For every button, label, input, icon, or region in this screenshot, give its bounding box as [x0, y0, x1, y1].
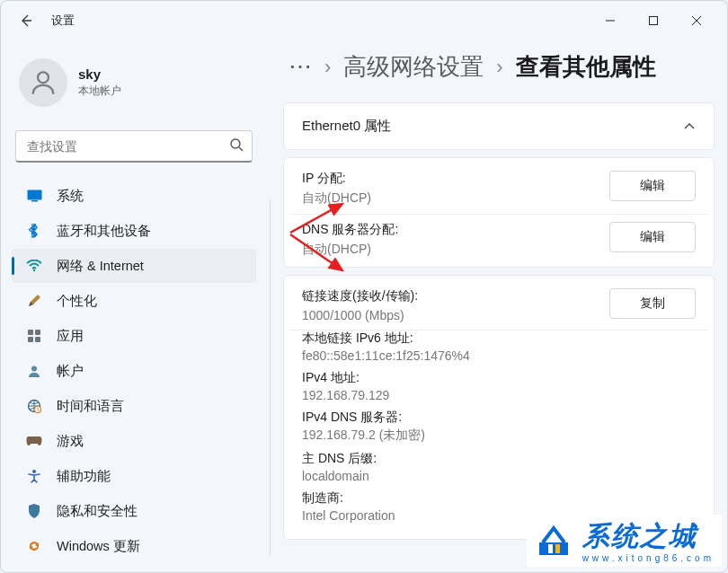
svg-rect-1 [650, 17, 658, 25]
chevron-right-icon: › [496, 56, 502, 79]
watermark-url: www.xitong86.com [582, 553, 715, 563]
svg-point-4 [38, 72, 49, 83]
info-label: 主 DNS 后缀: [302, 451, 696, 467]
sidebar-item-label: 网络 & Internet [57, 258, 144, 275]
sidebar-item-accessibility[interactable]: 辅助功能 [12, 459, 256, 493]
chevron-up-icon [683, 119, 696, 134]
info-value: 192.168.79.129 [302, 388, 696, 402]
accessibility-icon [26, 468, 42, 484]
search-input[interactable] [15, 130, 253, 163]
back-button[interactable] [12, 6, 40, 35]
info-item: IPv4 地址: 192.168.79.129 [302, 370, 696, 402]
sidebar-item-network[interactable]: 网络 & Internet [12, 249, 256, 283]
minimize-icon [605, 15, 616, 26]
prop-label: IP 分配: [302, 171, 599, 187]
user-block[interactable]: sky 本地帐户 [8, 51, 260, 114]
sidebar-item-label: 隐私和安全性 [57, 503, 138, 520]
svg-rect-8 [31, 200, 38, 202]
gamepad-icon [26, 433, 42, 449]
globe-clock-icon [26, 398, 42, 414]
update-icon [26, 538, 42, 554]
edit-button-ip[interactable]: 编辑 [609, 171, 696, 201]
svg-rect-7 [27, 190, 41, 200]
breadcrumb-current: 查看其他属性 [516, 51, 656, 83]
info-label: IPv4 地址: [302, 370, 696, 386]
minimize-button[interactable] [590, 6, 630, 35]
shield-icon [26, 503, 42, 519]
info-value: fe80::58e1:11ce:1f25:1476%4 [302, 348, 696, 363]
close-button[interactable] [677, 6, 716, 35]
breadcrumb: ⋯ › 高级网络设置 › 查看其他属性 [283, 51, 715, 83]
breadcrumb-prev[interactable]: 高级网络设置 [343, 51, 484, 83]
maximize-button[interactable] [634, 6, 673, 35]
search-icon [229, 137, 244, 155]
prop-row-ip: IP 分配: 自动(DHCP) 编辑 [289, 163, 708, 215]
sidebar-item-label: 系统 [57, 188, 84, 205]
svg-rect-21 [548, 544, 553, 553]
arrow-left-icon [19, 13, 33, 28]
sidebar-item-time[interactable]: 时间和语言 [12, 389, 256, 423]
svg-rect-22 [555, 544, 560, 553]
sidebar-item-label: 个性化 [57, 293, 97, 310]
account-icon [26, 363, 42, 379]
user-name: sky [78, 66, 121, 82]
prop-label: 链接速度(接收/传输): [302, 288, 599, 304]
sidebar-item-label: 时间和语言 [57, 398, 124, 415]
prop-row-dns: DNS 服务器分配: 自动(DHCP) 编辑 [289, 215, 708, 265]
edit-button-dns[interactable]: 编辑 [609, 222, 696, 252]
sidebar-item-bluetooth[interactable]: 蓝牙和其他设备 [12, 214, 256, 248]
info-label: IPv4 DNS 服务器: [302, 410, 696, 426]
prop-value: 自动(DHCP) [302, 242, 599, 258]
maximize-icon [648, 15, 659, 26]
copy-button[interactable]: 复制 [609, 288, 696, 319]
person-icon [28, 67, 58, 98]
svg-rect-13 [35, 337, 40, 342]
sidebar-item-update[interactable]: Windows 更新 [12, 529, 256, 563]
sidebar-item-gaming[interactable]: 游戏 [12, 424, 256, 458]
prop-row-speed: 链接速度(接收/传输): 1000/1000 (Mbps) 复制 [289, 281, 708, 331]
sidebar-item-apps[interactable]: 应用 [12, 319, 256, 353]
info-value: 192.168.79.2 (未加密) [302, 428, 696, 444]
sidebar-item-personalization[interactable]: 个性化 [12, 284, 256, 318]
watermark-logo-icon [534, 521, 573, 560]
sidebar-item-accounts[interactable]: 帐户 [12, 354, 256, 388]
info-label: 本地链接 IPv6 地址: [302, 331, 696, 347]
sidebar-item-system[interactable]: 系统 [12, 179, 256, 213]
brush-icon [26, 293, 42, 309]
info-item: 本地链接 IPv6 地址: fe80::58e1:11ce:1f25:1476%… [302, 331, 696, 363]
svg-rect-20 [539, 542, 568, 555]
watermark: 系统之城 www.xitong86.com [527, 515, 722, 567]
svg-point-17 [32, 470, 36, 473]
bluetooth-icon [26, 223, 42, 239]
monitor-icon [26, 188, 42, 204]
sidebar-item-label: 应用 [57, 328, 84, 345]
sidebar-item-label: 辅助功能 [57, 468, 111, 485]
avatar [19, 58, 67, 107]
apps-icon [26, 328, 42, 344]
window-title: 设置 [51, 13, 75, 29]
wifi-icon [26, 258, 42, 274]
prop-value: 1000/1000 (Mbps) [302, 308, 599, 322]
chevron-right-icon: › [324, 56, 331, 79]
info-item: IPv4 DNS 服务器: 192.168.79.2 (未加密) [302, 410, 696, 444]
sidebar-item-label: 蓝牙和其他设备 [57, 223, 151, 240]
info-item: 主 DNS 后缀: localdomain [302, 451, 696, 483]
prop-label: DNS 服务器分配: [302, 222, 599, 238]
svg-point-5 [231, 139, 240, 148]
sidebar-item-privacy[interactable]: 隐私和安全性 [12, 494, 256, 528]
svg-rect-10 [28, 330, 33, 335]
info-value: localdomain [302, 469, 696, 483]
sidebar-item-label: Windows 更新 [57, 538, 140, 555]
panel-header[interactable]: Ethernet0 属性 [284, 103, 714, 149]
sidebar-divider [270, 200, 271, 554]
user-subtitle: 本地帐户 [78, 84, 121, 99]
svg-point-9 [33, 269, 35, 271]
svg-line-6 [239, 147, 243, 151]
sidebar-item-label: 游戏 [57, 433, 84, 450]
sidebar-item-label: 帐户 [57, 363, 84, 380]
prop-value: 自动(DHCP) [302, 190, 599, 207]
panel-title: Ethernet0 属性 [302, 118, 391, 135]
close-icon [691, 15, 702, 26]
breadcrumb-more[interactable]: ⋯ [289, 53, 312, 81]
info-label: 制造商: [302, 490, 696, 507]
